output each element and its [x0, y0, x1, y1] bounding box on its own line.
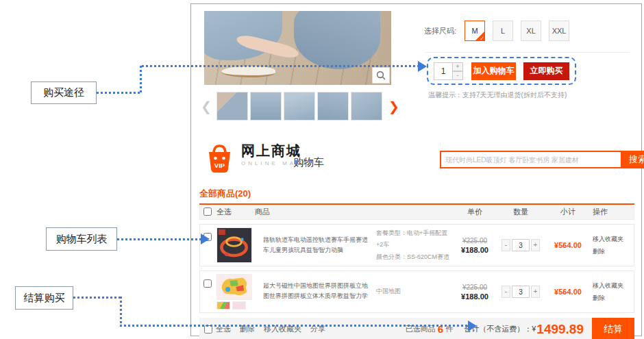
mall-header: VIP 网上商城 ONLINE MALL 购物车 搜索 [204, 141, 629, 177]
quantity-decrease-button[interactable]: - [453, 71, 463, 80]
size-label: 选择尺码: [424, 26, 456, 36]
annotation-checkout: 结算购买 [15, 286, 73, 310]
annotation-dotted-line [97, 92, 140, 94]
item-original-price: ¥225.00 [451, 237, 498, 244]
annotation-dotted-line [117, 238, 201, 240]
item-title[interactable]: 超大号磁性中国地图世界拼图拼板立地图世界拼图拼板立体木质早教益智力学生地理男 [263, 281, 376, 303]
annotation-arrow-icon [201, 234, 210, 244]
delete-item-link[interactable]: 删除 [593, 292, 634, 304]
item-subtotal: ¥564.00 [543, 288, 593, 296]
annotation-dotted-line [120, 325, 468, 327]
item-checkbox[interactable] [203, 279, 212, 288]
item-title[interactable]: 路轨轨道车电动遥控轨道赛车手摇赛道车儿童男孩玩具益智智力动脑 [263, 235, 376, 256]
item-quantity-stepper: - + [498, 286, 543, 298]
quantity-increase-button[interactable]: + [531, 286, 540, 298]
sandal-shape [221, 66, 275, 77]
col-unit-price: 单价 [451, 207, 498, 217]
quantity-input[interactable] [434, 62, 453, 80]
col-subtotal: 小计 [543, 207, 593, 217]
annotation-purchase-path: 购买途径 [31, 81, 97, 104]
move-to-favorites-link[interactable]: 移入收藏夹 [593, 279, 634, 292]
jeans-shape [294, 11, 380, 69]
svg-text:VIP: VIP [214, 162, 225, 169]
return-policy-tip: 温馨提示：支持7天无理由退货(拆封后不支持) [428, 90, 567, 100]
col-quantity: 数量 [498, 207, 543, 217]
search-input[interactable] [440, 151, 622, 168]
thumbnail[interactable] [250, 92, 282, 121]
item-spec: 套餐类型：电动+手摇配置+2车 [376, 227, 451, 251]
annotation-dotted-line [142, 65, 418, 67]
item-original-price: ¥225.00 [451, 284, 498, 291]
quantity-increase-button[interactable]: + [453, 62, 463, 71]
buy-now-button[interactable]: 立即购买 [523, 62, 569, 80]
thumbnail[interactable] [351, 92, 382, 121]
delete-item-link[interactable]: 删除 [593, 245, 634, 258]
cart-item-row: 超大号磁性中国地图世界拼图拼板立地图世界拼图拼板立体木质早教益智力学生地理男 中… [199, 271, 634, 313]
cart-section: 全部商品(20) 全选 商品 单价 数量 小计 操作 [199, 188, 634, 339]
shopping-bag-icon: VIP [204, 142, 235, 175]
thumbnail[interactable] [216, 92, 248, 121]
page-panel: ❮ ❯ 选择尺码: M L XL XXL + - 加入购物车 立即购买 温馨提示… [190, 3, 642, 336]
mall-logo[interactable]: VIP 网上商城 ONLINE MALL [204, 142, 308, 175]
item-mini-thumbnail[interactable] [216, 301, 230, 310]
annotation-dotted-line [140, 66, 142, 94]
annotation-dotted-line [73, 297, 121, 299]
size-option-xl[interactable]: XL [521, 21, 541, 41]
thumbnail[interactable] [317, 92, 349, 121]
page-title: 购物车 [293, 156, 324, 169]
thumbnail-strip: ❮ ❯ [201, 90, 406, 122]
item-price: ¥188.00 [451, 246, 498, 254]
quantity-increase-button[interactable]: + [531, 239, 540, 251]
cart-section-title: 全部商品(20) [199, 188, 634, 205]
quantity-decrease-button[interactable]: - [501, 286, 510, 298]
cart-table-header: 全选 商品 单价 数量 小计 操作 [199, 205, 634, 220]
annotation-arrow-icon [468, 321, 477, 331]
select-all-checkbox[interactable] [203, 208, 212, 216]
item-quantity-input[interactable] [512, 239, 530, 251]
item-image-racetrack[interactable] [216, 227, 252, 263]
col-actions: 操作 [593, 207, 634, 217]
annotation-arrow-icon [418, 61, 427, 72]
col-product: 商品 [245, 207, 451, 217]
size-selector: 选择尺码: M L XL XXL [424, 21, 577, 41]
size-option-l[interactable]: L [493, 21, 513, 41]
quantity-decrease-button[interactable]: - [501, 239, 510, 251]
search-button[interactable]: 搜索 [622, 151, 644, 168]
product-photo[interactable] [204, 11, 391, 85]
item-quantity-input[interactable] [512, 286, 530, 298]
item-spec: 颜色分类：SS-620CM赛道 [376, 251, 451, 263]
purchase-actions-highlight: + - 加入购物车 立即购买 [427, 57, 576, 85]
cart-item-row: 路轨轨道车电动遥控轨道赛车手摇赛道车儿童男孩玩具益智智力动脑 套餐类型：电动+手… [199, 224, 634, 266]
size-option-m[interactable]: M [465, 21, 485, 41]
thumbnail[interactable] [284, 92, 315, 121]
add-to-cart-button[interactable]: 加入购物车 [471, 62, 516, 80]
annotation-dotted-line [120, 297, 122, 325]
search-bar: 搜索 [440, 151, 644, 168]
item-spec: 中国地图 [376, 286, 451, 297]
item-image-map[interactable] [216, 274, 252, 300]
quantity-stepper: + - [434, 62, 463, 80]
annotation-cart-list: 购物车列表 [46, 227, 117, 251]
cart-footer-bar: 全选 删除 移入收藏夹 分享 已选商品 6 件 合计（不含运费）：¥ 1499.… [199, 318, 634, 339]
item-subtotal: ¥564.00 [543, 241, 593, 249]
item-quantity-stepper: - + [498, 239, 543, 251]
magnifier-icon[interactable] [372, 67, 390, 84]
size-option-xxl[interactable]: XXL [549, 21, 569, 41]
total-value: 1499.89 [536, 322, 584, 337]
move-to-favorites-link[interactable]: 移入收藏夹 [593, 233, 634, 245]
item-mini-thumbnail[interactable] [232, 301, 246, 310]
checkout-button[interactable]: 结算 [592, 318, 634, 339]
divider [424, 52, 630, 53]
carousel-next-icon[interactable]: ❯ [388, 99, 399, 114]
select-all-label: 全选 [216, 207, 245, 217]
item-price: ¥188.00 [451, 292, 498, 301]
carousel-prev-icon[interactable]: ❮ [201, 99, 212, 114]
